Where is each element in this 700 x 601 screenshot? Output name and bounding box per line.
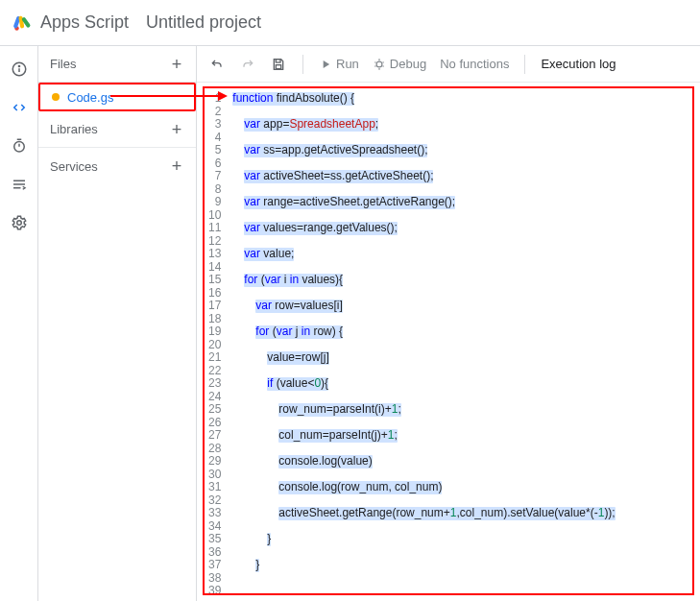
svg-line-21 xyxy=(374,65,375,66)
svg-line-22 xyxy=(382,65,383,66)
code-area[interactable]: function findAbsolute() {var app=Spreads… xyxy=(227,88,692,593)
code-line[interactable]: row_num=parseInt(i)+1; xyxy=(232,403,687,417)
code-line[interactable] xyxy=(232,520,687,534)
undo-icon[interactable] xyxy=(208,56,226,73)
code-line[interactable]: var range=activeSheet.getActiveRange(); xyxy=(232,196,687,209)
annotation-arrow-icon xyxy=(110,95,226,97)
line-gutter: 1234567891011121314151617181920212223242… xyxy=(205,88,227,593)
settings-icon[interactable] xyxy=(10,213,29,232)
app-header: Apps Script Untitled project xyxy=(0,0,700,46)
code-line[interactable] xyxy=(232,106,687,119)
code-line[interactable]: var value; xyxy=(232,248,687,261)
triggers-icon[interactable] xyxy=(10,136,29,156)
run-label: Run xyxy=(336,57,359,71)
add-library-button[interactable]: + xyxy=(167,120,186,139)
debug-label: Debug xyxy=(390,57,426,71)
svg-point-13 xyxy=(16,221,21,226)
code-line[interactable] xyxy=(232,469,687,482)
code-line[interactable] xyxy=(232,132,687,145)
files-sidebar: Files + Code.gs Libraries + Services + xyxy=(38,46,197,601)
add-file-button[interactable]: + xyxy=(167,55,186,74)
project-title[interactable]: Untitled project xyxy=(146,12,261,33)
redo-icon[interactable] xyxy=(239,56,256,73)
libraries-section-header: Libraries + xyxy=(38,111,196,148)
code-line[interactable] xyxy=(232,235,687,249)
toolbar-separator xyxy=(302,55,303,74)
code-line[interactable]: } xyxy=(232,559,687,572)
left-rail xyxy=(0,46,38,601)
code-line[interactable] xyxy=(232,494,687,508)
files-section-header: Files + xyxy=(38,46,196,83)
code-line[interactable]: var app=SpreadsheetApp; xyxy=(232,118,687,132)
code-line[interactable] xyxy=(232,365,687,378)
code-line[interactable] xyxy=(232,417,687,430)
save-icon[interactable] xyxy=(270,56,287,73)
svg-rect-14 xyxy=(276,59,280,61)
svg-point-6 xyxy=(18,65,19,66)
code-line[interactable]: } xyxy=(232,533,687,546)
code-line[interactable] xyxy=(232,183,687,197)
code-line[interactable]: value=row[j] xyxy=(232,351,687,365)
services-label: Services xyxy=(50,159,98,174)
debug-button[interactable]: Debug xyxy=(373,57,426,71)
code-line[interactable]: col_num=parseInt(j)+1; xyxy=(232,429,687,443)
editor-icon[interactable] xyxy=(10,98,29,117)
svg-rect-15 xyxy=(276,64,280,68)
function-select[interactable]: No functions xyxy=(440,57,509,71)
code-line[interactable]: var values=range.getValues(); xyxy=(232,222,687,235)
editor-main: Run Debug No functions Execution log 123… xyxy=(197,46,700,601)
code-line[interactable]: var row=values[i] xyxy=(232,300,687,313)
code-editor[interactable]: 1234567891011121314151617181920212223242… xyxy=(203,86,694,595)
code-line[interactable] xyxy=(232,209,687,223)
code-line[interactable]: if (value<0){ xyxy=(232,377,687,391)
code-line[interactable] xyxy=(232,585,687,595)
file-item-code-gs[interactable]: Code.gs xyxy=(38,83,196,111)
info-icon[interactable] xyxy=(10,60,29,79)
libraries-label: Libraries xyxy=(50,122,98,136)
files-label: Files xyxy=(50,57,76,71)
code-line[interactable] xyxy=(232,339,687,352)
run-button[interactable]: Run xyxy=(319,57,359,71)
code-line[interactable]: for (var j in row) { xyxy=(232,325,687,339)
code-line[interactable]: activeSheet.getRange(row_num+1,col_num).… xyxy=(232,507,687,520)
code-line[interactable]: console.log(value) xyxy=(232,455,687,469)
code-line[interactable] xyxy=(232,572,687,586)
add-service-button[interactable]: + xyxy=(167,156,186,176)
code-line[interactable] xyxy=(232,546,687,560)
services-section-header: Services + xyxy=(38,148,196,184)
code-line[interactable] xyxy=(232,261,687,275)
svg-line-20 xyxy=(382,61,383,62)
svg-point-16 xyxy=(376,61,382,67)
apps-script-logo-icon xyxy=(12,12,33,34)
code-line[interactable]: function findAbsolute() { xyxy=(232,92,687,106)
code-line[interactable] xyxy=(232,443,687,456)
toolbar-separator xyxy=(524,55,525,74)
executions-icon[interactable] xyxy=(10,175,29,194)
code-line[interactable]: var ss=app.getActiveSpreadsheet(); xyxy=(232,144,687,157)
execution-log-button[interactable]: Execution log xyxy=(541,57,616,71)
svg-line-19 xyxy=(374,61,375,62)
product-name: Apps Script xyxy=(40,12,129,33)
code-line[interactable]: var activeSheet=ss.getActiveSheet(); xyxy=(232,170,687,183)
code-line[interactable] xyxy=(232,287,687,300)
file-status-dot-icon xyxy=(52,93,60,101)
file-name: Code.gs xyxy=(67,90,113,105)
no-functions-label: No functions xyxy=(440,57,509,71)
code-line[interactable]: console.log(row_num, col_num) xyxy=(232,481,687,494)
code-line[interactable] xyxy=(232,157,687,171)
code-line[interactable] xyxy=(232,313,687,326)
code-line[interactable]: for (var i in values){ xyxy=(232,274,687,287)
code-line[interactable] xyxy=(232,391,687,404)
editor-toolbar: Run Debug No functions Execution log xyxy=(197,46,700,83)
